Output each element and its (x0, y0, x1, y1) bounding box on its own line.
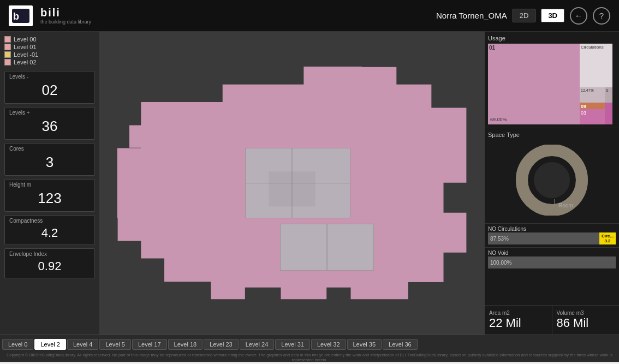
area-value: 22 Mil (489, 316, 547, 330)
svg-rect-9 (385, 236, 444, 282)
stat-label: Cores (9, 146, 90, 152)
volume-label: Volume m3 (557, 310, 615, 316)
title-area: Norra Tornen_OMA 2D 3D ← ? (436, 7, 610, 25)
stat-levels-plus: Levels + 36 (4, 107, 95, 140)
logo-text: bili (40, 7, 91, 19)
volume-box: Volume m3 86 Mil (552, 306, 620, 335)
svg-rect-10 (117, 148, 152, 218)
area-box: Area m2 22 Mil (485, 306, 552, 335)
usage-treemap: 01 69.00% Circulations 12.47% S 09 (488, 44, 612, 124)
logo-box: b (9, 5, 33, 26)
btn-2d[interactable]: 2D (513, 9, 536, 22)
circ-label: NO Circulations (488, 226, 616, 232)
stat-label: Envelope Index (9, 251, 90, 257)
color-swatch (4, 44, 11, 50)
circ-bar: 87.53% Circ... 3.2 (488, 233, 616, 244)
list-item: Level 02 (4, 59, 95, 65)
btn-3d[interactable]: 3D (541, 9, 564, 22)
void-pct: 100.00% (490, 260, 511, 266)
logo-subtitle: the building data library (40, 19, 91, 25)
svg-point-20 (534, 162, 570, 198)
left-panel: Level 00 Level 01 Level -01 Level 02 Lev… (0, 32, 99, 335)
svg-rect-11 (303, 67, 362, 96)
circulations-section: NO Circulations 87.53% Circ... 3.2 (485, 223, 619, 247)
level-label: Level -01 (14, 51, 38, 58)
svg-text:Room: Room (558, 202, 573, 208)
void-section: NO Void 100.00% (485, 247, 619, 271)
floor-plan-map (99, 32, 485, 335)
color-swatch (4, 51, 11, 58)
stat-envelope: Envelope Index 0.92 (4, 248, 95, 278)
treemap-cell-circulations: Circulations (580, 44, 612, 87)
stat-label: Levels - (9, 74, 90, 80)
level-tab[interactable]: Level 0 (2, 339, 33, 350)
level-label: Level 00 (14, 36, 37, 43)
donut-container: Room (488, 140, 616, 220)
color-swatch (4, 36, 11, 43)
level-list: Level 00 Level 01 Level -01 Level 02 (4, 36, 95, 65)
stat-value: 36 (9, 116, 90, 137)
level-tab[interactable]: Level 2 (34, 339, 66, 350)
circ-badge: Circ... (602, 234, 614, 238)
void-label: NO Void (488, 250, 616, 256)
area-volume-section: Area m2 22 Mil Volume m3 86 Mil (485, 305, 619, 335)
void-bar: 100.00% (488, 257, 616, 268)
svg-rect-7 (362, 113, 420, 159)
space-type-section: Space Type Room (485, 128, 619, 223)
level-tab[interactable]: Level 36 (383, 339, 418, 350)
back-btn[interactable]: ← (570, 7, 587, 25)
treemap-cell-s: S (605, 87, 612, 103)
right-panel: Usage 01 69.00% Circulations 12.47% S (485, 32, 619, 335)
level-tab[interactable]: Level 23 (204, 339, 239, 350)
stat-value: 02 (9, 80, 90, 101)
svg-rect-8 (397, 171, 443, 230)
treemap-cell-pct: 12.47% (580, 87, 605, 103)
level-tab[interactable]: Level 4 (67, 339, 98, 350)
space-type-label: Space Type (488, 132, 616, 138)
area-label: Area m2 (489, 310, 547, 316)
help-btn[interactable]: ? (593, 7, 610, 25)
circ-badge-val: 3.2 (604, 238, 610, 243)
list-item: Level -01 (4, 51, 95, 58)
svg-text:b: b (13, 11, 19, 22)
main-area: Level 00 Level 01 Level -01 Level 02 Lev… (0, 32, 619, 335)
circ-pct: 87.53% (490, 236, 509, 242)
level-tab[interactable]: Level 32 (311, 339, 346, 350)
volume-value: 86 Mil (557, 316, 615, 330)
treemap-cell-03b: 03 (580, 109, 605, 124)
stat-value: 4.2 (9, 224, 90, 242)
stat-compactness: Compactness 4.2 (4, 215, 95, 245)
level-tabs: Level 0 Level 2 Level 4 Level 5 Level 17… (0, 335, 619, 353)
top-bar: b bili the building data library Norra T… (0, 0, 619, 32)
list-item: Level 00 (4, 36, 95, 43)
level-tab[interactable]: Level 31 (275, 339, 310, 350)
level-label: Level 02 (14, 59, 37, 65)
stat-value: 0.92 (9, 257, 90, 276)
usage-section: Usage 01 69.00% Circulations 12.47% S (485, 32, 619, 128)
stat-label: Levels + (9, 110, 90, 116)
usage-label: Usage (488, 35, 616, 41)
level-tab[interactable]: Level 18 (168, 339, 203, 350)
list-item: Level 01 (4, 44, 95, 50)
copyright-bar: Copyright © BiliTheBuildigDataLibrary. A… (0, 353, 619, 362)
color-swatch (4, 59, 11, 65)
level-tab[interactable]: Level 35 (347, 339, 382, 350)
treemap-cell-01: 01 69.00% (488, 44, 580, 124)
logo-area: b bili the building data library (9, 5, 91, 26)
level-tab[interactable]: Level 24 (240, 339, 275, 350)
stat-levels-minus: Levels - 02 (4, 71, 95, 104)
stat-label: Height m (9, 182, 90, 188)
stat-label: Compactness (9, 218, 90, 224)
treemap-cell-small (605, 103, 612, 124)
level-tab[interactable]: Level 17 (132, 339, 167, 350)
level-label: Level 01 (14, 44, 37, 50)
stat-value: 3 (9, 152, 90, 173)
building-title: Norra Tornen_OMA (436, 11, 507, 20)
level-tab[interactable]: Level 5 (99, 339, 130, 350)
stat-value: 123 (9, 188, 90, 209)
stat-height: Height m 123 (4, 179, 95, 212)
stat-cores: Cores 3 (4, 143, 95, 176)
